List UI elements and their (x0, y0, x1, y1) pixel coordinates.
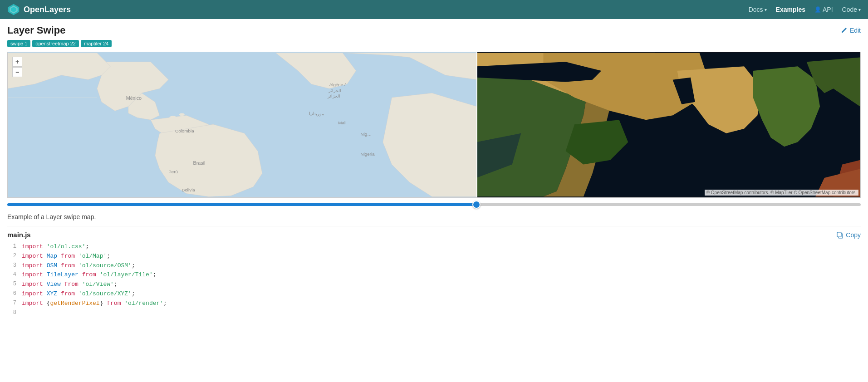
nav-code[interactable]: Code ▾ (842, 6, 861, 13)
edit-icon (840, 27, 848, 34)
page-content: Layer Swipe Edit swipe 1 openstreetmap 2… (0, 19, 868, 318)
logo-text: OpenLayers (24, 5, 71, 15)
nav-examples[interactable]: Examples (776, 6, 805, 13)
tags: swipe 1 openstreetmap 22 maptiler 24 (7, 40, 861, 47)
svg-text:موريتانيا: موريتانيا (309, 111, 324, 117)
title-row: Layer Swipe Edit (7, 24, 861, 36)
logo[interactable]: OpenLayers (7, 3, 71, 16)
map-right-satellite (476, 52, 860, 197)
copy-label: Copy (846, 231, 861, 239)
tag-swipe[interactable]: swipe 1 (7, 40, 30, 47)
line-content-7: import {getRenderPixel} from 'ol/render'… (22, 299, 861, 309)
svg-text:Nigeria: Nigeria (361, 152, 375, 157)
code-line-4: 4 import TileLayer from 'ol/layer/Tile'; (7, 270, 861, 280)
code-block: 1 import 'ol/ol.css'; 2 import Map from … (7, 242, 861, 318)
svg-rect-22 (837, 232, 841, 237)
svg-text:México: México (126, 95, 142, 101)
code-filename: main.js (7, 231, 31, 239)
map-attribution: © OpenStreetMap contributors. © MapTiler… (705, 190, 858, 196)
svg-text:الجزائر: الجزائر (328, 88, 341, 93)
line-content-4: import TileLayer from 'ol/layer/Tile'; (22, 270, 861, 280)
header-nav: Docs ▾ Examples 👤 API Code ▾ (749, 6, 861, 13)
line-content-2: import Map from 'ol/Map'; (22, 252, 861, 261)
svg-text:الجزائر: الجزائر (327, 94, 340, 99)
code-header: main.js Copy (7, 231, 861, 239)
line-content-8 (22, 309, 861, 318)
line-num-3: 3 (7, 261, 16, 271)
nav-code-label: Code (842, 6, 857, 13)
copy-icon (836, 231, 843, 239)
code-line-2: 2 import Map from 'ol/Map'; (7, 252, 861, 261)
svg-point-5 (179, 113, 185, 116)
line-num-4: 4 (7, 270, 16, 280)
code-section: main.js Copy 1 import 'ol/ol.css'; 2 (7, 226, 861, 318)
osm-svg: México Colombia Brasil Perú Bolivia Para… (8, 52, 476, 197)
svg-point-4 (169, 116, 177, 119)
code-line-1: 1 import 'ol/ol.css'; (7, 242, 861, 252)
nav-docs-arrow: ▾ (765, 7, 767, 12)
description: Example of a Layer swipe map. (7, 213, 861, 220)
nav-docs[interactable]: Docs ▾ (749, 6, 767, 13)
svg-text:Perú: Perú (168, 169, 178, 174)
svg-text:Nig…: Nig… (361, 132, 372, 137)
nav-code-arrow: ▾ (858, 7, 861, 12)
map-left-osm: México Colombia Brasil Perú Bolivia Para… (8, 52, 476, 197)
line-content-6: import XYZ from 'ol/source/XYZ'; (22, 289, 861, 299)
swipe-divider (476, 52, 477, 197)
attribution-text: © OpenStreetMap contributors. © MapTiler… (706, 190, 857, 195)
nav-docs-label: Docs (749, 6, 763, 13)
api-person-icon: 👤 (814, 6, 821, 13)
line-num-5: 5 (7, 280, 16, 289)
zoom-out-button[interactable]: − (12, 67, 22, 77)
page-title: Layer Swipe (7, 24, 65, 36)
line-num-7: 7 (7, 299, 16, 309)
tag-maptiler[interactable]: maptiler 24 (81, 40, 112, 47)
code-line-8: 8 (7, 309, 861, 318)
copy-button[interactable]: Copy (836, 231, 861, 239)
line-num-2: 2 (7, 252, 16, 261)
header: OpenLayers Docs ▾ Examples 👤 API Code ▾ (0, 0, 868, 19)
edit-label: Edit (850, 27, 861, 34)
code-line-5: 5 import View from 'ol/View'; (7, 280, 861, 289)
line-num-6: 6 (7, 289, 16, 299)
code-line-6: 6 import XYZ from 'ol/source/XYZ'; (7, 289, 861, 299)
slider-container (7, 198, 861, 210)
swipe-slider[interactable] (7, 203, 861, 206)
nav-api[interactable]: 👤 API (814, 6, 833, 13)
satellite-svg (476, 52, 860, 197)
svg-text:Bolivia: Bolivia (182, 187, 195, 192)
map-container: México Colombia Brasil Perú Bolivia Para… (7, 52, 861, 198)
line-content-3: import OSM from 'ol/source/OSM'; (22, 261, 861, 271)
svg-text:Algérie /: Algérie / (329, 82, 346, 87)
svg-text:Brasil: Brasil (193, 160, 205, 166)
edit-button[interactable]: Edit (840, 27, 861, 34)
line-num-1: 1 (7, 242, 16, 252)
code-line-7: 7 import {getRenderPixel} from 'ol/rende… (7, 299, 861, 309)
line-content-5: import View from 'ol/View'; (22, 280, 861, 289)
openlayers-logo-icon (7, 3, 20, 16)
line-content-1: import 'ol/ol.css'; (22, 242, 861, 252)
nav-api-label: API (823, 6, 833, 13)
svg-text:Colombia: Colombia (175, 128, 194, 133)
zoom-in-button[interactable]: + (12, 57, 22, 67)
tag-openstreetmap[interactable]: openstreetmap 22 (32, 40, 79, 47)
line-num-8: 8 (7, 309, 16, 318)
code-line-3: 3 import OSM from 'ol/source/OSM'; (7, 261, 861, 271)
zoom-controls: + − (12, 57, 22, 77)
svg-text:Mali: Mali (338, 120, 346, 125)
